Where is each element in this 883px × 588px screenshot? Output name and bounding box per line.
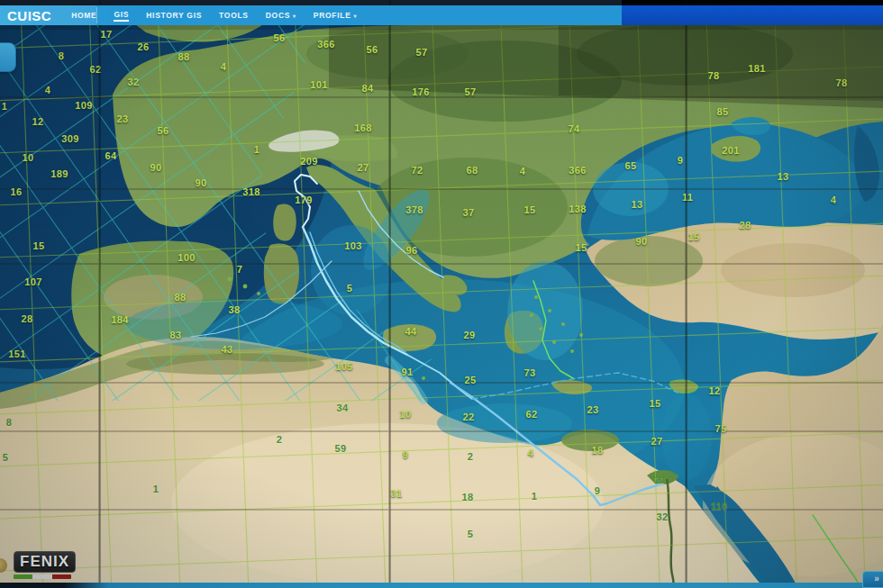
nav-item-label: DOCS: [266, 11, 290, 20]
map-corner-button[interactable]: »: [862, 571, 883, 588]
nav-item-docs[interactable]: DOCS▾: [266, 10, 296, 22]
italian-flag-bar: [14, 574, 71, 579]
nav-item-label: GIS: [114, 10, 129, 22]
nav-item-profile[interactable]: PROFILE▾: [314, 10, 357, 22]
nav-item-label: HISTORY GIS: [146, 11, 202, 20]
gis-video-wall-screen: 1786232268845641092311230910189166490903…: [0, 0, 883, 588]
wall-bezel-seam: [389, 0, 391, 588]
nav-item-label: TOOLS: [219, 11, 249, 20]
map-canvas[interactable]: [0, 0, 883, 588]
top-navbar: CUISC HOMEGISHISTORY GISTOOLSDOCS▾PROFIL…: [0, 5, 883, 25]
nav-item-history-gis[interactable]: HISTORY GIS: [146, 10, 202, 22]
nav-item-tools[interactable]: TOOLS: [219, 10, 249, 22]
app-brand[interactable]: CUISC: [7, 8, 51, 23]
landmasses: [0, 23, 883, 588]
fenix-logo-text: FENIX: [14, 551, 76, 573]
nav-item-label: HOME: [71, 11, 96, 20]
chevron-down-icon: ▾: [293, 13, 296, 19]
wall-bezel-seam: [686, 0, 687, 588]
nav-item-label: PROFILE: [314, 11, 351, 20]
chevron-down-icon: ▾: [354, 13, 358, 19]
navbar-right-panel: [622, 5, 883, 25]
sidebar-expand-tab[interactable]: [0, 42, 16, 72]
fenix-logo: FENIX: [14, 551, 76, 579]
wall-bezel-seam: [99, 0, 101, 588]
nav-item-gis[interactable]: GIS: [114, 10, 129, 22]
screen-bottom-edge: [0, 583, 883, 588]
nav-item-home[interactable]: HOME: [71, 10, 96, 22]
nav-menu: HOMEGISHISTORY GISTOOLSDOCS▾PROFILE▾: [71, 10, 357, 22]
